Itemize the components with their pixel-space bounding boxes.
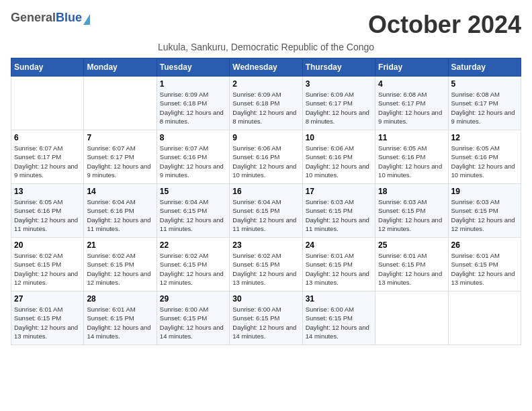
calendar-cell bbox=[375, 291, 448, 345]
calendar-cell: 6Sunrise: 6:07 AM Sunset: 6:17 PM Daylig… bbox=[11, 130, 84, 184]
calendar-week-row: 27Sunrise: 6:01 AM Sunset: 6:15 PM Dayli… bbox=[11, 291, 521, 345]
logo-general: General bbox=[11, 11, 56, 25]
day-number: 22 bbox=[160, 240, 226, 250]
calendar-cell: 19Sunrise: 6:03 AM Sunset: 6:15 PM Dayli… bbox=[448, 184, 521, 238]
calendar-cell: 20Sunrise: 6:02 AM Sunset: 6:15 PM Dayli… bbox=[11, 238, 84, 291]
day-info: Sunrise: 6:02 AM Sunset: 6:15 PM Dayligh… bbox=[14, 251, 81, 287]
calendar-cell: 25Sunrise: 6:01 AM Sunset: 6:15 PM Dayli… bbox=[375, 238, 448, 291]
logo-icon bbox=[83, 14, 90, 25]
calendar-week-row: 6Sunrise: 6:07 AM Sunset: 6:17 PM Daylig… bbox=[11, 130, 521, 184]
calendar-cell: 27Sunrise: 6:01 AM Sunset: 6:15 PM Dayli… bbox=[11, 291, 84, 345]
day-number: 13 bbox=[14, 187, 81, 196]
day-number: 31 bbox=[306, 294, 372, 304]
day-number: 3 bbox=[306, 79, 372, 89]
day-number: 24 bbox=[306, 240, 372, 250]
calendar-cell: 5Sunrise: 6:08 AM Sunset: 6:17 PM Daylig… bbox=[448, 77, 521, 130]
day-number: 11 bbox=[378, 133, 445, 142]
calendar-cell: 11Sunrise: 6:05 AM Sunset: 6:16 PM Dayli… bbox=[375, 130, 448, 184]
day-number: 1 bbox=[160, 79, 226, 89]
calendar-cell: 3Sunrise: 6:09 AM Sunset: 6:17 PM Daylig… bbox=[302, 77, 375, 130]
day-number: 4 bbox=[378, 79, 445, 89]
day-info: Sunrise: 6:04 AM Sunset: 6:16 PM Dayligh… bbox=[87, 197, 153, 233]
day-number: 9 bbox=[232, 133, 299, 142]
day-info: Sunrise: 6:02 AM Sunset: 6:15 PM Dayligh… bbox=[87, 251, 153, 287]
day-info: Sunrise: 6:05 AM Sunset: 6:16 PM Dayligh… bbox=[14, 197, 81, 233]
calendar-cell bbox=[84, 77, 157, 130]
day-info: Sunrise: 6:07 AM Sunset: 6:17 PM Dayligh… bbox=[87, 144, 153, 179]
day-info: Sunrise: 6:01 AM Sunset: 6:15 PM Dayligh… bbox=[451, 251, 518, 287]
calendar-cell: 16Sunrise: 6:04 AM Sunset: 6:15 PM Dayli… bbox=[230, 184, 302, 238]
day-info: Sunrise: 6:09 AM Sunset: 6:17 PM Dayligh… bbox=[306, 90, 372, 126]
day-number: 27 bbox=[14, 294, 81, 304]
calendar-cell: 9Sunrise: 6:06 AM Sunset: 6:16 PM Daylig… bbox=[230, 130, 302, 184]
day-number: 12 bbox=[451, 133, 518, 142]
day-info: Sunrise: 6:04 AM Sunset: 6:15 PM Dayligh… bbox=[232, 197, 299, 233]
day-number: 21 bbox=[87, 240, 153, 250]
calendar-body: 1Sunrise: 6:09 AM Sunset: 6:18 PM Daylig… bbox=[11, 77, 521, 345]
calendar-week-row: 1Sunrise: 6:09 AM Sunset: 6:18 PM Daylig… bbox=[11, 77, 521, 130]
day-number: 2 bbox=[232, 79, 299, 89]
calendar-cell: 1Sunrise: 6:09 AM Sunset: 6:18 PM Daylig… bbox=[157, 77, 229, 130]
calendar-cell: 23Sunrise: 6:02 AM Sunset: 6:15 PM Dayli… bbox=[230, 238, 302, 291]
calendar-cell: 31Sunrise: 6:00 AM Sunset: 6:15 PM Dayli… bbox=[302, 291, 375, 345]
day-info: Sunrise: 6:02 AM Sunset: 6:15 PM Dayligh… bbox=[160, 251, 226, 287]
subtitle: Lukula, Sankuru, Democratic Republic of … bbox=[11, 42, 521, 52]
day-info: Sunrise: 6:09 AM Sunset: 6:18 PM Dayligh… bbox=[160, 90, 226, 126]
calendar-cell: 24Sunrise: 6:01 AM Sunset: 6:15 PM Dayli… bbox=[302, 238, 375, 291]
weekday-header-cell: Wednesday bbox=[230, 58, 302, 77]
weekday-header-cell: Tuesday bbox=[157, 58, 229, 77]
weekday-header-row: SundayMondayTuesdayWednesdayThursdayFrid… bbox=[11, 58, 521, 77]
logo-blue: Blue bbox=[56, 11, 82, 25]
day-info: Sunrise: 6:06 AM Sunset: 6:16 PM Dayligh… bbox=[232, 144, 299, 179]
day-info: Sunrise: 6:09 AM Sunset: 6:18 PM Dayligh… bbox=[232, 90, 299, 126]
day-number: 14 bbox=[87, 187, 153, 196]
calendar-week-row: 20Sunrise: 6:02 AM Sunset: 6:15 PM Dayli… bbox=[11, 238, 521, 291]
calendar-week-row: 13Sunrise: 6:05 AM Sunset: 6:16 PM Dayli… bbox=[11, 184, 521, 238]
calendar-cell: 10Sunrise: 6:06 AM Sunset: 6:16 PM Dayli… bbox=[302, 130, 375, 184]
day-info: Sunrise: 6:08 AM Sunset: 6:17 PM Dayligh… bbox=[378, 90, 445, 126]
day-number: 18 bbox=[378, 187, 445, 196]
weekday-header-cell: Friday bbox=[375, 58, 448, 77]
day-number: 16 bbox=[232, 187, 299, 196]
day-info: Sunrise: 6:03 AM Sunset: 6:15 PM Dayligh… bbox=[451, 197, 518, 233]
day-info: Sunrise: 6:01 AM Sunset: 6:15 PM Dayligh… bbox=[87, 305, 153, 340]
calendar-cell: 12Sunrise: 6:05 AM Sunset: 6:16 PM Dayli… bbox=[448, 130, 521, 184]
day-info: Sunrise: 6:04 AM Sunset: 6:15 PM Dayligh… bbox=[160, 197, 226, 233]
calendar-cell: 7Sunrise: 6:07 AM Sunset: 6:17 PM Daylig… bbox=[84, 130, 157, 184]
day-number: 23 bbox=[232, 240, 299, 250]
day-info: Sunrise: 6:01 AM Sunset: 6:15 PM Dayligh… bbox=[14, 305, 81, 340]
day-info: Sunrise: 6:01 AM Sunset: 6:15 PM Dayligh… bbox=[306, 251, 372, 287]
day-number: 29 bbox=[160, 294, 226, 304]
calendar-cell: 28Sunrise: 6:01 AM Sunset: 6:15 PM Dayli… bbox=[84, 291, 157, 345]
day-number: 5 bbox=[451, 79, 518, 89]
day-info: Sunrise: 6:07 AM Sunset: 6:17 PM Dayligh… bbox=[14, 144, 81, 179]
logo: General Blue bbox=[11, 11, 90, 25]
calendar-table: SundayMondayTuesdayWednesdayThursdayFrid… bbox=[11, 58, 521, 345]
calendar-cell: 30Sunrise: 6:00 AM Sunset: 6:15 PM Dayli… bbox=[230, 291, 302, 345]
day-number: 7 bbox=[87, 133, 153, 142]
weekday-header-cell: Thursday bbox=[302, 58, 375, 77]
day-number: 10 bbox=[306, 133, 372, 142]
calendar-cell: 29Sunrise: 6:00 AM Sunset: 6:15 PM Dayli… bbox=[157, 291, 229, 345]
day-number: 28 bbox=[87, 294, 153, 304]
weekday-header-cell: Sunday bbox=[11, 58, 84, 77]
calendar-cell: 18Sunrise: 6:03 AM Sunset: 6:15 PM Dayli… bbox=[375, 184, 448, 238]
calendar-cell: 15Sunrise: 6:04 AM Sunset: 6:15 PM Dayli… bbox=[157, 184, 229, 238]
calendar-cell: 22Sunrise: 6:02 AM Sunset: 6:15 PM Dayli… bbox=[157, 238, 229, 291]
day-info: Sunrise: 6:00 AM Sunset: 6:15 PM Dayligh… bbox=[160, 305, 226, 340]
day-number: 20 bbox=[14, 240, 81, 250]
month-title: October 2024 bbox=[368, 11, 521, 39]
day-info: Sunrise: 6:03 AM Sunset: 6:15 PM Dayligh… bbox=[306, 197, 372, 233]
calendar-cell: 13Sunrise: 6:05 AM Sunset: 6:16 PM Dayli… bbox=[11, 184, 84, 238]
day-info: Sunrise: 6:03 AM Sunset: 6:15 PM Dayligh… bbox=[378, 197, 445, 233]
page-header: General Blue October 2024 bbox=[11, 11, 521, 39]
day-info: Sunrise: 6:00 AM Sunset: 6:15 PM Dayligh… bbox=[306, 305, 372, 340]
day-info: Sunrise: 6:02 AM Sunset: 6:15 PM Dayligh… bbox=[232, 251, 299, 287]
day-info: Sunrise: 6:08 AM Sunset: 6:17 PM Dayligh… bbox=[451, 90, 518, 126]
calendar-cell bbox=[448, 291, 521, 345]
calendar-cell bbox=[11, 77, 84, 130]
calendar-cell: 14Sunrise: 6:04 AM Sunset: 6:16 PM Dayli… bbox=[84, 184, 157, 238]
weekday-header-cell: Monday bbox=[84, 58, 157, 77]
calendar-cell: 2Sunrise: 6:09 AM Sunset: 6:18 PM Daylig… bbox=[230, 77, 302, 130]
day-number: 15 bbox=[160, 187, 226, 196]
